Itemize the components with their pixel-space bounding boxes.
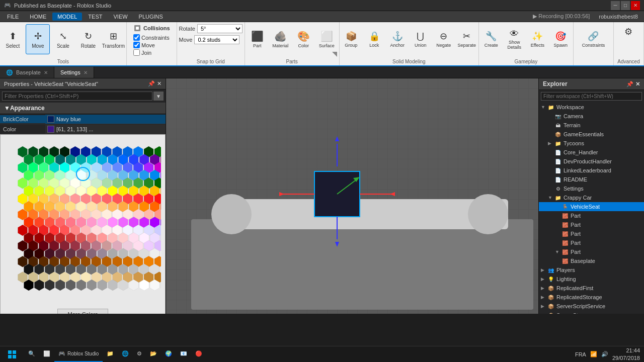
tree-item[interactable]: 📄 DevProductHandler: [539, 157, 644, 166]
constraints-checkbox[interactable]: [133, 34, 140, 41]
effects-label: Effects: [531, 43, 544, 48]
filter-expand[interactable]: ▼: [153, 92, 164, 101]
tree-item[interactable]: 📷 Camera: [539, 112, 644, 121]
create-button[interactable]: 🔧 Create: [480, 24, 502, 54]
properties-pin[interactable]: 📌: [148, 80, 155, 87]
move-button[interactable]: ✢ Move: [26, 24, 50, 54]
tree-item[interactable]: 🧱 Part: [539, 229, 644, 238]
select-button[interactable]: ⬆ Select: [1, 24, 25, 54]
menu-model[interactable]: MODEL: [52, 13, 82, 21]
tree-item[interactable]: 📄 Core_Handler: [539, 148, 644, 157]
explorer-filter-input[interactable]: [541, 92, 642, 101]
taskbar-mail[interactable]: 📧: [176, 346, 191, 362]
material-button[interactable]: 🪨 Material: [269, 24, 291, 54]
viewport[interactable]: [166, 78, 538, 314]
menu-file[interactable]: FILE: [2, 13, 24, 21]
union-button[interactable]: ⋃ Union: [410, 24, 432, 54]
tab-settings-close[interactable]: ✕: [84, 70, 88, 75]
scale-button[interactable]: ⤡ Scale: [51, 24, 75, 54]
menu-plugins[interactable]: PLUGINS: [134, 13, 168, 21]
tree-item[interactable]: ▼ 📁 Workspace: [539, 103, 644, 112]
group-button[interactable]: 📦 Group: [340, 24, 362, 54]
color-button[interactable]: 🎨 Color: [292, 24, 314, 54]
tree-item[interactable]: 📄 README: [539, 175, 644, 184]
tree-arrow: ▼: [541, 105, 547, 110]
filter-input[interactable]: [2, 92, 152, 101]
constraints-tab-button[interactable]: 🔗 Constraints: [582, 24, 604, 54]
taskbar-settings[interactable]: ⚙: [133, 346, 146, 362]
negate-button[interactable]: ⊖ Negate: [433, 24, 455, 54]
rotate-snap-select[interactable]: 5°10°45°: [197, 24, 243, 33]
tree-item[interactable]: ▼ 📁 Crappy Car: [539, 193, 644, 202]
spawn-button[interactable]: 🎯 Spawn: [549, 24, 572, 54]
tree-item[interactable]: ▼ 🧱 Part: [539, 247, 644, 256]
explorer-close[interactable]: ✕: [635, 81, 640, 87]
taskbar-edge[interactable]: 🌍: [161, 346, 176, 362]
more-colors-button[interactable]: More Colors: [57, 309, 109, 314]
transform-button[interactable]: ⊞ Transform: [101, 24, 125, 54]
tree-item-label: Part: [571, 213, 581, 219]
tree-item[interactable]: ▶ 💡 Lighting: [539, 275, 644, 284]
solid-buttons: 📦 Group 🔒 Lock ⚓ Anchor ⋃ Union ⊖ Negate…: [340, 24, 478, 54]
minimize-button[interactable]: ─: [611, 1, 620, 10]
taskbar-task-view[interactable]: ⬜: [39, 346, 54, 362]
show-details-button[interactable]: 👁 Show Details: [503, 24, 525, 54]
join-checkbox[interactable]: [133, 49, 140, 56]
tree-item[interactable]: 🧱 Part: [539, 220, 644, 229]
tree-item-icon: 🧱: [561, 239, 569, 247]
tree-item[interactable]: 🧱 Baseplate: [539, 256, 644, 265]
brickcolor-value[interactable]: Navy blue: [45, 115, 166, 124]
constraints-label: Constraints: [141, 35, 170, 41]
lock-button[interactable]: 🔒 Lock: [363, 24, 385, 54]
taskbar-chrome[interactable]: 🌐: [118, 346, 133, 362]
surface-button[interactable]: ⬜ Surface: [315, 24, 338, 54]
separate-button[interactable]: ✂ Separate: [456, 24, 478, 54]
rotate-button[interactable]: ↻ Rotate: [76, 24, 100, 54]
anchor-button[interactable]: ⚓ Anchor: [386, 24, 409, 54]
taskbar-winamp[interactable]: 🔴: [191, 346, 206, 362]
maximize-button[interactable]: □: [621, 1, 630, 10]
hex-color-grid[interactable]: [5, 138, 161, 304]
tree-item-icon: 📄: [554, 175, 562, 184]
tree-item[interactable]: 📄 LinkedLeaderboard: [539, 166, 644, 175]
tree-item[interactable]: ⚙ Settings: [539, 184, 644, 193]
tree-item[interactable]: 📦 GameEssentials: [539, 130, 644, 139]
color-value[interactable]: [61, 21, 133] ...: [45, 125, 166, 134]
tab-baseplate[interactable]: 🌐 Baseplate ✕: [0, 67, 54, 78]
tree-item[interactable]: ▶ 📦 ServerScriptService: [539, 302, 644, 311]
menu-home[interactable]: HOME: [25, 13, 51, 21]
taskbar-explorer[interactable]: 📁: [103, 346, 118, 362]
taskbar-roblox[interactable]: 🎮 Roblox Studio: [54, 346, 103, 362]
tree-item[interactable]: 🧱 Part: [539, 211, 644, 220]
taskbar-folder[interactable]: 📂: [146, 346, 161, 362]
parts-expand[interactable]: [332, 51, 337, 58]
tree-item[interactable]: 🪑 VehicleSeat: [539, 202, 644, 211]
taskbar-left: 🔍 ⬜ 🎮 Roblox Studio 📁 🌐 ⚙ 📂 🌍 📧 🔴: [0, 346, 206, 362]
appearance-section-header[interactable]: ▼ Appearance: [0, 103, 166, 114]
move-snap-select[interactable]: 0.2 studs1 stud: [194, 35, 239, 44]
properties-close[interactable]: ✕: [157, 80, 162, 87]
tree-item[interactable]: ▶ 👥 Players: [539, 265, 644, 275]
tree-item[interactable]: ▶ 📦 ReplicatedStorage: [539, 293, 644, 302]
taskbar-search[interactable]: 🔍: [24, 346, 39, 362]
part-button[interactable]: ⬛ Part: [246, 24, 268, 54]
username: robuxisthebest8: [595, 14, 642, 20]
tab-settings[interactable]: Settings ✕: [54, 67, 94, 78]
tree-item[interactable]: ▶ 📁 Tycoons: [539, 139, 644, 148]
show-details-label: Show Details: [504, 40, 525, 50]
close-button[interactable]: ✕: [631, 1, 640, 10]
tree-item[interactable]: ▶ 📦 ReplicatedFirst: [539, 284, 644, 293]
tab-baseplate-close[interactable]: ✕: [44, 70, 48, 75]
menu-view[interactable]: VIEW: [108, 13, 132, 21]
explorer-pin[interactable]: 📌: [626, 81, 633, 87]
effects-button[interactable]: ✨ Effects: [526, 24, 548, 54]
tree-item-icon: 📄: [554, 157, 562, 165]
start-button[interactable]: [0, 346, 24, 362]
tree-item[interactable]: ▶ 📦 ServerStorage: [539, 311, 644, 314]
menu-test[interactable]: TEST: [83, 13, 107, 21]
tree-item[interactable]: 🏔 Terrain: [539, 121, 644, 130]
tree-item[interactable]: 🧱 Part: [539, 238, 644, 247]
surface-icon: ⬜: [320, 30, 333, 42]
move-checkbox[interactable]: [133, 42, 140, 48]
tree-item-label: Terrain: [564, 122, 581, 128]
